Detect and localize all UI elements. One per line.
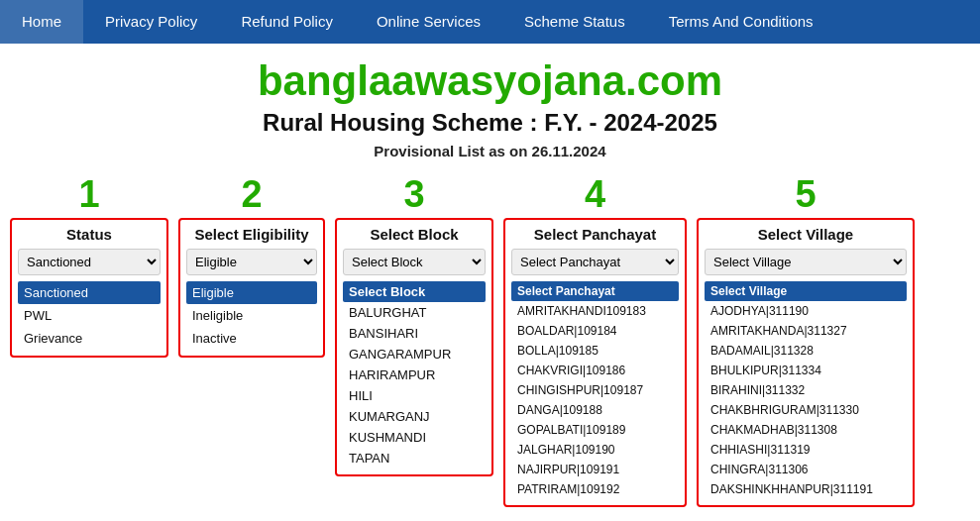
village-item-5[interactable]: BIRAHINI|311332 <box>705 380 907 400</box>
block-item-8[interactable]: TAPAN <box>343 448 486 469</box>
panchayat-item-1[interactable]: AMRITAKHANDI109183 <box>511 301 679 321</box>
panchayat-item-7[interactable]: GOPALBATI|109189 <box>511 420 679 440</box>
header: banglaawasyojana.com Rural Housing Schem… <box>0 44 980 173</box>
panchayat-title: Select Panchayat <box>511 226 679 243</box>
status-item-grievance[interactable]: Grievance <box>18 327 161 350</box>
status-title: Status <box>18 226 161 243</box>
block-col: 3 Select Block Select Block Select Block… <box>335 173 493 476</box>
panchayat-item-2[interactable]: BOALDAR|109184 <box>511 321 679 341</box>
panchayat-item-10[interactable]: PATRIRAM|109192 <box>511 479 679 499</box>
scheme-title: Rural Housing Scheme : F.Y. - 2024-2025 <box>10 109 970 137</box>
elig-item-ineligible[interactable]: Ineligible <box>186 304 317 327</box>
block-item-6[interactable]: KUMARGANJ <box>343 406 486 427</box>
panchayat-item-8[interactable]: JALGHAR|109190 <box>511 440 679 460</box>
panchayat-select[interactable]: Select Panchayat <box>511 249 679 275</box>
panchayat-list: Select Panchayat AMRITAKHANDI109183 BOAL… <box>511 281 679 499</box>
panchayat-item-3[interactable]: BOLLA|109185 <box>511 341 679 361</box>
eligibility-title: Select Eligibility <box>186 226 317 243</box>
block-item-4[interactable]: HARIRAMPUR <box>343 365 486 385</box>
village-item-9[interactable]: CHINGRA|311306 <box>705 460 907 479</box>
village-list: Select Village AJODHYA|311190 AMRITAKHAN… <box>705 281 907 499</box>
block-select[interactable]: Select Block <box>343 249 486 275</box>
village-item-10[interactable]: DAKSHINKHHANPUR|311191 <box>705 479 907 499</box>
main-content: 1 Status Sanctioned Sanctioned PWL Griev… <box>0 173 980 517</box>
village-item-3[interactable]: BADAMAIL|311328 <box>705 341 907 361</box>
block-item-7[interactable]: KUSHMANDI <box>343 427 486 448</box>
nav-refund[interactable]: Refund Policy <box>219 0 355 44</box>
block-item-1[interactable]: BALURGHAT <box>343 302 486 323</box>
nav-scheme[interactable]: Scheme Status <box>502 0 647 44</box>
status-item-sanctioned[interactable]: Sanctioned <box>18 281 161 304</box>
provisional-text: Provisional List as on 26.11.2024 <box>10 143 970 159</box>
village-item-4[interactable]: BHULKIPUR|311334 <box>705 361 907 380</box>
eligibility-select[interactable]: Eligible <box>186 249 317 275</box>
village-item-6[interactable]: CHAKBHRIGURAM|311330 <box>705 400 907 420</box>
site-title: banglaawasyojana.com <box>10 57 970 105</box>
block-panel: Select Block Select Block Select Block B… <box>335 218 493 476</box>
panchayat-item-6[interactable]: DANGA|109188 <box>511 400 679 420</box>
village-item-1[interactable]: AJODHYA|311190 <box>705 301 907 321</box>
village-item-2[interactable]: AMRITAKHANDA|311327 <box>705 321 907 341</box>
nav-online[interactable]: Online Services <box>355 0 502 44</box>
status-select[interactable]: Sanctioned <box>18 249 161 275</box>
panchayat-panel: Select Panchayat Select Panchayat Select… <box>503 218 687 507</box>
status-list: Sanctioned PWL Grievance <box>18 281 161 350</box>
step-3: 3 <box>403 173 424 216</box>
step-5: 5 <box>795 173 816 216</box>
village-col: 5 Select Village Select Village Select V… <box>697 173 915 507</box>
block-item-3[interactable]: GANGARAMPUR <box>343 344 486 365</box>
block-list: Select Block BALURGHAT BANSIHARI GANGARA… <box>343 281 486 469</box>
village-select[interactable]: Select Village <box>705 249 907 275</box>
block-item-0[interactable]: Select Block <box>343 281 486 302</box>
elig-item-inactive[interactable]: Inactive <box>186 327 317 350</box>
status-panel: Status Sanctioned Sanctioned PWL Grievan… <box>10 218 168 358</box>
panchayat-item-9[interactable]: NAJIRPUR|109191 <box>511 460 679 479</box>
panchayat-item-5[interactable]: CHINGISHPUR|109187 <box>511 380 679 400</box>
nav-home[interactable]: Home <box>0 0 83 44</box>
village-title: Select Village <box>705 226 907 243</box>
nav-privacy[interactable]: Privacy Policy <box>83 0 219 44</box>
block-title: Select Block <box>343 226 486 243</box>
panchayat-item-4[interactable]: CHAKVRIGI|109186 <box>511 361 679 380</box>
status-item-pwl[interactable]: PWL <box>18 304 161 327</box>
navbar: Home Privacy Policy Refund Policy Online… <box>0 0 980 44</box>
village-item-8[interactable]: CHHIASHI|311319 <box>705 440 907 460</box>
step-4: 4 <box>585 173 605 216</box>
village-panel: Select Village Select Village Select Vil… <box>697 218 915 507</box>
block-item-2[interactable]: BANSIHARI <box>343 323 486 344</box>
step-1: 1 <box>78 173 99 216</box>
step-2: 2 <box>241 173 262 216</box>
panchayat-col: 4 Select Panchayat Select Panchayat Sele… <box>503 173 687 507</box>
panchayat-item-0[interactable]: Select Panchayat <box>511 281 679 301</box>
eligibility-col: 2 Select Eligibility Eligible Eligible I… <box>178 173 325 358</box>
nav-terms[interactable]: Terms And Conditions <box>647 0 835 44</box>
status-col: 1 Status Sanctioned Sanctioned PWL Griev… <box>10 173 168 358</box>
eligibility-panel: Select Eligibility Eligible Eligible Ine… <box>178 218 325 358</box>
elig-item-eligible[interactable]: Eligible <box>186 281 317 304</box>
eligibility-list: Eligible Ineligible Inactive <box>186 281 317 350</box>
block-item-5[interactable]: HILI <box>343 385 486 406</box>
village-item-7[interactable]: CHAKMADHAB|311308 <box>705 420 907 440</box>
village-item-0[interactable]: Select Village <box>705 281 907 301</box>
